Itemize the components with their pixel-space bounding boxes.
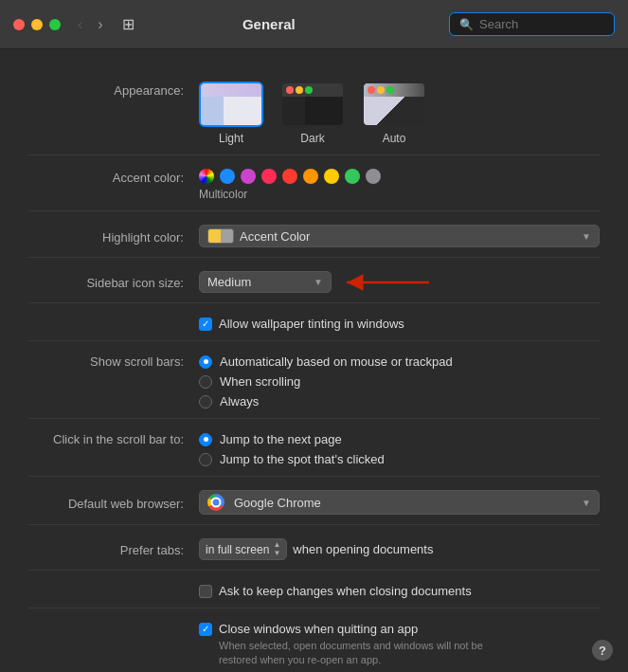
color-purple[interactable] bbox=[241, 169, 256, 184]
highlight-swatch bbox=[207, 228, 234, 244]
close-button[interactable] bbox=[13, 19, 25, 30]
grid-button[interactable]: ⊞ bbox=[118, 13, 138, 35]
click-scroll-bar-label: Click in the scroll bar to: bbox=[28, 432, 199, 446]
appearance-auto-label: Auto bbox=[383, 132, 406, 145]
show-scroll-bars-label: Show scroll bars: bbox=[28, 354, 199, 369]
prefer-tabs-after-text: when opening documents bbox=[293, 542, 433, 556]
sidebar-icon-size-label: Sidebar icon size: bbox=[28, 274, 199, 290]
maximize-button[interactable] bbox=[49, 19, 61, 30]
ask-changes-spacer bbox=[28, 590, 199, 592]
help-button[interactable]: ? bbox=[592, 640, 613, 661]
close-windows-sub-text: When selected, open documents and window… bbox=[219, 639, 522, 668]
close-windows-checkbox[interactable]: ✓ bbox=[199, 623, 212, 636]
radio-dot bbox=[204, 359, 208, 364]
click-spot-radio[interactable] bbox=[199, 453, 212, 466]
accent-color-sub-label: Multicolor bbox=[199, 188, 600, 201]
color-green[interactable] bbox=[345, 169, 360, 184]
ask-changes-checkbox[interactable] bbox=[199, 585, 212, 598]
highlight-color-label: Highlight color: bbox=[28, 228, 199, 245]
appearance-dark-label: Dark bbox=[300, 132, 324, 145]
page-title: General bbox=[146, 16, 392, 32]
close-windows-content: ✓ Close windows when quitting an app Whe… bbox=[199, 622, 600, 668]
close-windows-checkbox-row[interactable]: ✓ Close windows when quitting an app bbox=[199, 622, 600, 636]
default-browser-label: Default web browser: bbox=[28, 495, 199, 511]
prefer-tabs-content: in full screen ▲ ▼ when opening document… bbox=[199, 538, 600, 560]
appearance-options: Light Dark bbox=[199, 82, 600, 145]
appearance-content: Light Dark bbox=[199, 82, 600, 145]
ask-changes-label: Ask to keep changes when closing documen… bbox=[219, 584, 472, 598]
color-multicolor[interactable] bbox=[199, 169, 214, 184]
allow-wallpaper-label: Allow wallpaper tinting in windows bbox=[219, 317, 404, 331]
appearance-light-thumb bbox=[199, 82, 263, 127]
default-browser-arrow: ▼ bbox=[582, 498, 591, 508]
search-box: 🔍 bbox=[449, 12, 615, 36]
red-arrow-annotation bbox=[339, 269, 434, 296]
highlight-color-dropdown[interactable]: Accent Color ▼ bbox=[199, 225, 600, 247]
close-windows-label: Close windows when quitting an app bbox=[219, 622, 418, 636]
default-browser-dropdown[interactable]: Google Chrome ▼ bbox=[199, 490, 600, 515]
appearance-label: Appearance: bbox=[28, 82, 199, 98]
color-pink[interactable] bbox=[261, 169, 277, 184]
color-red[interactable] bbox=[282, 169, 297, 184]
allow-wallpaper-checkbox[interactable]: ✓ bbox=[199, 318, 212, 331]
checkmark-icon: ✓ bbox=[202, 319, 209, 329]
ask-changes-section: Ask to keep changes when closing documen… bbox=[28, 571, 600, 608]
prefer-tabs-section: Prefer tabs: in full screen ▲ ▼ when ope… bbox=[28, 525, 600, 571]
titlebar: ‹ › ⊞ General 🔍 bbox=[0, 0, 628, 49]
color-dots bbox=[199, 169, 600, 184]
click-scroll-radio-group: Jump to the next page Jump to the spot t… bbox=[199, 432, 600, 466]
back-button[interactable]: ‹ bbox=[72, 14, 88, 35]
appearance-auto-thumb bbox=[362, 82, 426, 127]
highlight-color-section: Highlight color: Accent Color ▼ bbox=[28, 211, 600, 258]
scroll-auto-radio[interactable] bbox=[199, 355, 212, 369]
sidebar-icon-size-section: Sidebar icon size: Medium ▼ bbox=[28, 258, 600, 303]
sidebar-icon-size-dropdown[interactable]: Medium ▼ bbox=[199, 271, 332, 293]
highlight-color-arrow: ▼ bbox=[582, 231, 591, 242]
forward-button[interactable]: › bbox=[92, 14, 108, 35]
click-next-page-label: Jump to the next page bbox=[220, 432, 342, 446]
scroll-auto-option[interactable]: Automatically based on mouse or trackpad bbox=[199, 354, 600, 369]
scroll-scrolling-label: When scrolling bbox=[220, 374, 300, 389]
accent-color-label: Accent color: bbox=[28, 169, 199, 185]
click-spot-option[interactable]: Jump to the spot that's clicked bbox=[199, 452, 600, 466]
color-yellow[interactable] bbox=[324, 169, 339, 184]
color-graphite[interactable] bbox=[366, 169, 381, 184]
click-scroll-bar-section: Click in the scroll bar to: Jump to the … bbox=[28, 419, 600, 477]
color-blue[interactable] bbox=[220, 169, 235, 184]
default-browser-content: Google Chrome ▼ bbox=[199, 490, 600, 515]
close-windows-section: ✓ Close windows when quitting an app Whe… bbox=[28, 608, 600, 672]
allow-wallpaper-spacer bbox=[28, 323, 199, 325]
search-input[interactable] bbox=[479, 17, 593, 31]
show-scroll-bars-section: Show scroll bars: Automatically based on… bbox=[28, 341, 600, 419]
scroll-bars-radio-group: Automatically based on mouse or trackpad… bbox=[199, 354, 600, 409]
minimize-button[interactable] bbox=[31, 19, 43, 30]
color-orange[interactable] bbox=[303, 169, 318, 184]
prefer-tabs-dropdown[interactable]: in full screen ▲ ▼ bbox=[199, 538, 287, 560]
sidebar-icon-size-dropdown-label: Medium bbox=[207, 275, 251, 289]
show-scroll-bars-content: Automatically based on mouse or trackpad… bbox=[199, 354, 600, 409]
click-next-page-radio[interactable] bbox=[199, 433, 212, 446]
appearance-light[interactable]: Light bbox=[199, 82, 263, 145]
ask-changes-checkbox-row[interactable]: Ask to keep changes when closing documen… bbox=[199, 584, 600, 598]
traffic-lights bbox=[13, 19, 61, 30]
scroll-always-option[interactable]: Always bbox=[199, 394, 600, 409]
default-browser-section: Default web browser: Google Chrome ▼ bbox=[28, 477, 600, 525]
accent-color-section: Accent color: Multicolor bbox=[28, 155, 600, 211]
click-spot-label: Jump to the spot that's clicked bbox=[220, 452, 385, 466]
click-next-page-option[interactable]: Jump to the next page bbox=[199, 432, 600, 446]
prefer-tabs-arrow: ▲ ▼ bbox=[273, 541, 280, 557]
allow-wallpaper-content: ✓ Allow wallpaper tinting in windows bbox=[199, 317, 600, 331]
click-scroll-bar-content: Jump to the next page Jump to the spot t… bbox=[199, 432, 600, 466]
prefer-tabs-label: Prefer tabs: bbox=[28, 541, 199, 557]
chrome-icon bbox=[207, 494, 224, 511]
checkmark-icon-2: ✓ bbox=[202, 625, 209, 634]
allow-wallpaper-checkbox-row[interactable]: ✓ Allow wallpaper tinting in windows bbox=[199, 317, 600, 331]
scroll-scrolling-radio[interactable] bbox=[199, 375, 212, 389]
appearance-auto[interactable]: Auto bbox=[362, 82, 426, 145]
appearance-dark[interactable]: Dark bbox=[280, 82, 345, 145]
prefer-tabs-dropdown-label: in full screen bbox=[206, 543, 269, 556]
radio-dot-2 bbox=[204, 437, 208, 442]
scroll-auto-label: Automatically based on mouse or trackpad bbox=[220, 354, 453, 369]
scroll-always-radio[interactable] bbox=[199, 395, 212, 409]
scroll-scrolling-option[interactable]: When scrolling bbox=[199, 374, 600, 389]
